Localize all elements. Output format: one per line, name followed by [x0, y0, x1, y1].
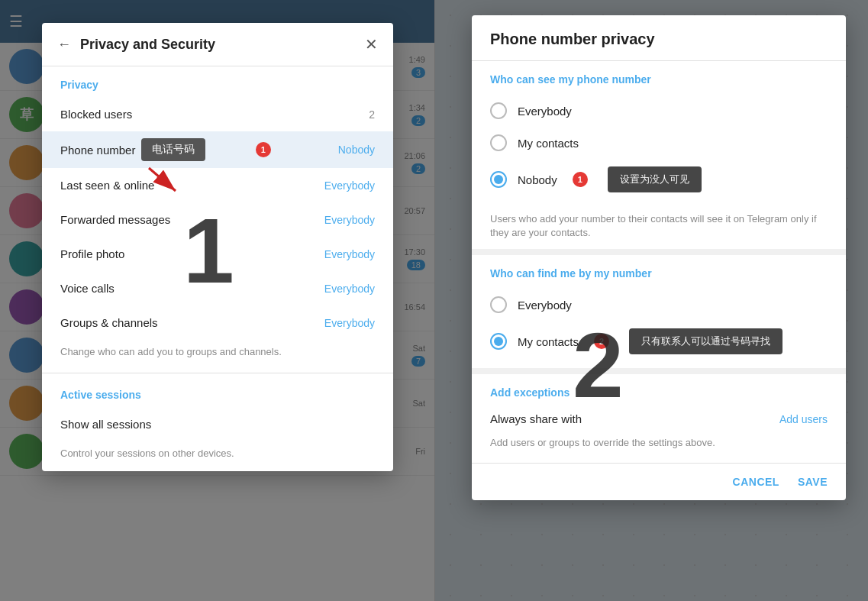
- forwarded-messages-label: Forwarded messages: [60, 213, 324, 226]
- see-everybody-label: Everybody: [518, 105, 572, 118]
- profile-photo-value: Everybody: [324, 248, 375, 260]
- who-can-find-section: Who can find me by my number Everybody M…: [472, 255, 846, 368]
- find-mycontacts-radio[interactable]: [490, 333, 507, 350]
- see-nobody-radio[interactable]: [490, 171, 507, 188]
- exceptions-label: Add exceptions: [490, 386, 828, 399]
- mycontacts-tooltip: 只有联系人可以通过号码寻找: [629, 328, 782, 354]
- find-mycontacts-option[interactable]: My contacts 2 只有联系人可以通过号码寻找: [490, 321, 828, 362]
- show-sessions-label: Show all sessions: [60, 418, 375, 431]
- phone-number-item[interactable]: Phone number 1 电话号码 Nobody: [42, 131, 393, 168]
- see-nobody-option[interactable]: Nobody 1 设置为没人可见: [490, 159, 828, 200]
- modal-right-header: Phone number privacy: [472, 15, 846, 61]
- last-seen-label: Last seen & online: [60, 179, 324, 192]
- sessions-hint: Control your sessions on other devices.: [42, 441, 393, 471]
- find-mycontacts-badge: 2: [594, 334, 609, 349]
- groups-channels-item[interactable]: Groups & channels Everybody: [42, 305, 393, 340]
- see-nobody-label: Nobody: [518, 173, 557, 186]
- voice-calls-label: Voice calls: [60, 282, 324, 295]
- voice-calls-item[interactable]: Voice calls Everybody: [42, 271, 393, 305]
- voice-calls-value: Everybody: [324, 283, 375, 295]
- profile-photo-item[interactable]: Profile photo Everybody: [42, 237, 393, 271]
- always-share-label: Always share with: [490, 412, 582, 425]
- modal-right-title: Phone number privacy: [490, 31, 828, 48]
- blocked-users-item[interactable]: Blocked users 2: [42, 97, 393, 131]
- see-mycontacts-radio[interactable]: [490, 134, 507, 151]
- privacy-security-modal: ← Privacy and Security ✕ Privacy Blocked…: [42, 23, 393, 471]
- groups-channels-value: Everybody: [324, 317, 375, 329]
- see-everybody-option[interactable]: Everybody: [490, 95, 828, 127]
- exceptions-hint: Add users or groups to override the sett…: [490, 436, 828, 450]
- who-can-find-label: Who can find me by my number: [490, 267, 828, 279]
- divider-1: [42, 373, 393, 373]
- add-users-button[interactable]: Add users: [779, 413, 828, 425]
- phone-number-tooltip: 电话号码: [141, 138, 205, 161]
- always-share-row: Always share with Add users: [490, 408, 828, 430]
- close-icon[interactable]: ✕: [365, 35, 378, 53]
- who-can-see-section: Who can see my phone number Everybody My…: [472, 61, 846, 206]
- sessions-section-label: Active sessions: [42, 376, 393, 407]
- section-divider-2: [472, 368, 846, 374]
- find-everybody-label: Everybody: [518, 299, 572, 312]
- who-can-see-label: Who can see my phone number: [490, 73, 828, 86]
- profile-photo-label: Profile photo: [60, 247, 324, 260]
- save-button[interactable]: SAVE: [798, 476, 828, 488]
- see-mycontacts-option[interactable]: My contacts: [490, 127, 828, 159]
- find-everybody-radio[interactable]: [490, 296, 507, 313]
- privacy-section-label: Privacy: [42, 66, 393, 97]
- groups-channels-label: Groups & channels: [60, 316, 324, 329]
- see-everybody-radio[interactable]: [490, 102, 507, 119]
- modal-footer: CANCEL SAVE: [472, 463, 846, 500]
- phone-privacy-modal: Phone number privacy Who can see my phon…: [472, 15, 846, 500]
- last-seen-item[interactable]: Last seen & online Everybody: [42, 168, 393, 202]
- exceptions-section: Add exceptions Always share with Add use…: [472, 374, 846, 462]
- back-icon[interactable]: ←: [57, 37, 71, 53]
- cancel-button[interactable]: CANCEL: [733, 476, 779, 488]
- find-mycontacts-label: My contacts: [518, 335, 579, 348]
- phone-number-badge: 1: [256, 142, 271, 157]
- nobody-tooltip: 设置为没人可见: [608, 166, 702, 192]
- modal-left-body: Privacy Blocked users 2 Phone number 1 电…: [42, 66, 393, 471]
- forwarded-messages-item[interactable]: Forwarded messages Everybody: [42, 202, 393, 237]
- see-nobody-badge: 1: [573, 172, 588, 187]
- see-mycontacts-label: My contacts: [518, 137, 579, 150]
- groups-hint: Change who can add you to groups and cha…: [42, 340, 393, 370]
- blocked-users-label: Blocked users: [60, 108, 369, 121]
- blocked-users-count: 2: [369, 108, 375, 121]
- section-divider: [472, 249, 846, 255]
- forwarded-messages-value: Everybody: [324, 214, 375, 226]
- modal-left-title: Privacy and Security: [80, 37, 356, 53]
- modal-left-header: ← Privacy and Security ✕: [42, 23, 393, 66]
- find-everybody-option[interactable]: Everybody: [490, 289, 828, 321]
- phone-number-value: Nobody: [338, 144, 375, 156]
- privacy-note: Users who add your number to their conta…: [472, 206, 846, 249]
- last-seen-value: Everybody: [324, 179, 375, 192]
- show-sessions-item[interactable]: Show all sessions: [42, 407, 393, 441]
